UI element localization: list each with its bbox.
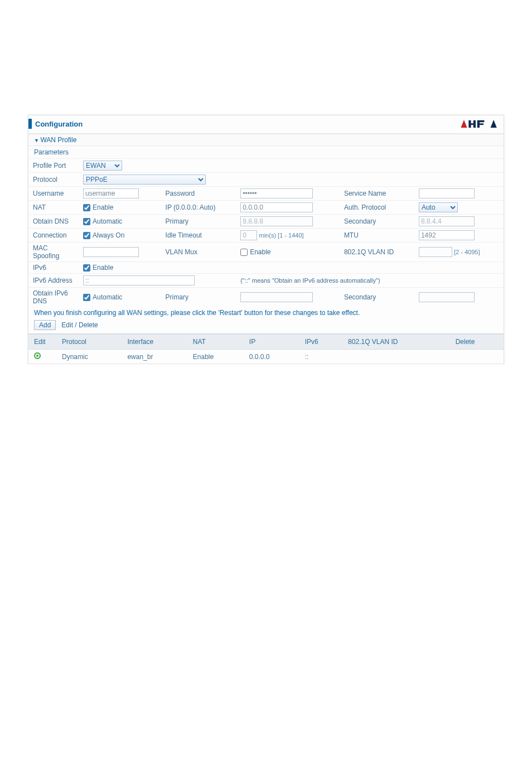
row-nat: Enable xyxy=(187,350,244,364)
mac-spoofing-label: MAC Spoofing xyxy=(28,243,79,262)
idle-timeout-input[interactable] xyxy=(240,230,257,240)
ipv6-address-hint: ("::" means "Obtain an IPv6 address auto… xyxy=(236,274,504,288)
col-nat: NAT xyxy=(187,334,244,350)
nat-enable-text: Enable xyxy=(93,204,113,211)
svg-marker-4 xyxy=(491,120,497,128)
ipv6-label: IPv6 xyxy=(28,262,79,274)
dns-secondary-input[interactable] xyxy=(419,216,475,226)
ipv6-dns-secondary-input[interactable] xyxy=(419,292,475,302)
password-input[interactable] xyxy=(240,188,313,198)
username-input[interactable] xyxy=(83,188,139,198)
panel-header: Configuration xyxy=(28,115,504,134)
service-name-input[interactable] xyxy=(419,188,475,198)
row-delete xyxy=(450,350,504,364)
mac-spoofing-input[interactable] xyxy=(83,247,139,257)
add-button[interactable]: Add xyxy=(34,320,56,330)
vlan-id-input[interactable] xyxy=(419,247,452,257)
row-interface: ewan_br xyxy=(122,350,187,364)
ipv6-dns-label: Obtain IPv6 DNS xyxy=(28,288,79,307)
ipv6-dns-automatic-text: Automatic xyxy=(93,293,122,301)
vlan-mux-checkbox[interactable] xyxy=(240,249,248,256)
col-delete: Delete xyxy=(450,334,504,350)
page-title: Configuration xyxy=(35,120,83,128)
table-header-row: Edit Protocol Interface NAT IP IPv6 802.… xyxy=(28,334,504,350)
svg-marker-0 xyxy=(461,120,467,128)
col-ip: IP xyxy=(244,334,299,350)
form-table: Profile Port EWAN Protocol PPPoE Usernam… xyxy=(28,158,504,307)
protocol-select[interactable]: PPPoE xyxy=(83,175,206,185)
col-ipv6: IPv6 xyxy=(299,334,342,350)
connection-label: Connection xyxy=(28,229,79,243)
nat-enable-checkbox[interactable] xyxy=(83,204,90,211)
edit-delete-label: Edit / Delete xyxy=(61,321,98,329)
profile-port-select[interactable]: EWAN xyxy=(83,161,122,171)
ipv6-dns-primary-input[interactable] xyxy=(240,292,313,302)
restart-note: When you finish configuring all WAN sett… xyxy=(28,307,504,319)
ipv6-enable-text: Enable xyxy=(93,264,113,272)
col-vlan: 802.1Q VLAN ID xyxy=(342,334,450,350)
nat-ip-label: IP (0.0.0.0: Auto) xyxy=(161,201,236,215)
always-on-text: Always On xyxy=(93,231,124,239)
row-ip: 0.0.0.0 xyxy=(244,350,299,364)
vlan-id-range: [2 - 4095] xyxy=(454,249,480,255)
mtu-input[interactable] xyxy=(419,230,475,240)
col-edit: Edit xyxy=(28,334,56,350)
ipv6-dns-secondary-label: Secondary xyxy=(340,288,414,307)
ipv6-enable-checkbox[interactable] xyxy=(83,264,90,272)
auth-protocol-label: Auth. Protocol xyxy=(340,201,414,215)
idle-unit: min(s) [1 - 1440] xyxy=(259,232,304,239)
table-row: Dynamic ewan_br Enable 0.0.0.0 :: xyxy=(28,350,504,364)
col-protocol: Protocol xyxy=(56,334,122,350)
profile-port-label: Profile Port xyxy=(28,159,79,173)
profiles-table: Edit Protocol Interface NAT IP IPv6 802.… xyxy=(28,333,504,364)
brand-logo xyxy=(460,118,499,130)
svg-rect-1 xyxy=(477,120,480,128)
parameters-heading: Parameters xyxy=(28,146,504,158)
always-on-checkbox[interactable] xyxy=(83,232,90,239)
row-protocol: Dynamic xyxy=(56,350,122,364)
protocol-label: Protocol xyxy=(28,173,79,187)
ipv6-address-label: IPv6 Address xyxy=(28,274,79,288)
panel-title: Configuration xyxy=(28,119,83,129)
svg-rect-3 xyxy=(480,123,483,125)
row-ipv6: :: xyxy=(299,350,342,364)
dns-primary-input[interactable] xyxy=(240,216,313,226)
ipv6-address-input[interactable] xyxy=(83,275,195,285)
dns-automatic-text: Automatic xyxy=(93,217,122,225)
service-name-label: Service Name xyxy=(340,187,414,201)
row-vlan xyxy=(342,350,450,364)
dns-secondary-label: Secondary xyxy=(340,215,414,229)
vlan-mux-enable-text: Enable xyxy=(250,248,270,256)
vlan-id-label: 802.1Q VLAN ID xyxy=(340,243,414,262)
vlan-mux-label: VLAN Mux xyxy=(161,243,236,262)
dns-automatic-checkbox[interactable] xyxy=(83,218,90,225)
title-accent xyxy=(28,119,32,129)
svg-rect-2 xyxy=(480,120,484,123)
section-title-text: WAN Profile xyxy=(40,136,76,144)
nat-label: NAT xyxy=(28,201,79,215)
username-label: Username xyxy=(28,187,79,201)
auth-protocol-select[interactable]: Auto xyxy=(419,202,458,212)
ipv6-dns-primary-label: Primary xyxy=(161,288,236,307)
password-label: Password xyxy=(161,187,236,201)
mtu-label: MTU xyxy=(340,229,414,243)
dns-primary-label: Primary xyxy=(161,215,236,229)
row-edit-radio[interactable] xyxy=(34,352,41,359)
idle-timeout-label: Idle Timeout xyxy=(161,229,236,243)
section-wan-profile[interactable]: WAN Profile xyxy=(28,134,504,146)
ipv6-dns-automatic-checkbox[interactable] xyxy=(83,294,90,301)
obtain-dns-label: Obtain DNS xyxy=(28,215,79,229)
col-interface: Interface xyxy=(122,334,187,350)
nat-ip-input[interactable] xyxy=(240,202,313,212)
config-panel: Configuration WAN Profile Parameters Pro… xyxy=(28,115,504,364)
